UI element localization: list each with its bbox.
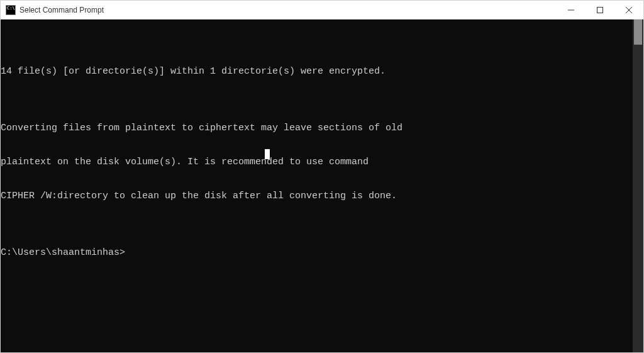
vertical-scrollbar[interactable] (633, 20, 643, 352)
terminal-output[interactable]: 14 file(s) [or directorie(s)] within 1 d… (1, 20, 633, 352)
selection-cursor (265, 149, 270, 159)
svg-rect-1 (597, 7, 603, 13)
terminal-line: plaintext on the disk volume(s). It is r… (1, 157, 633, 168)
window-title: Select Command Prompt (19, 6, 104, 14)
titlebar[interactable]: C:\ Select Command Prompt (1, 1, 643, 20)
cmd-app-icon: C:\ (6, 5, 16, 15)
minimize-icon (568, 7, 574, 13)
terminal-line: Converting files from plaintext to ciphe… (1, 123, 633, 134)
terminal-prompt: C:\Users\shaantminhas> (1, 247, 633, 259)
scrollbar-thumb[interactable] (634, 20, 642, 45)
content-area: 14 file(s) [or directorie(s)] within 1 d… (1, 20, 643, 352)
minimize-button[interactable] (557, 1, 586, 19)
terminal-line: CIPHER /W:directory to clean up the disk… (1, 191, 633, 202)
maximize-icon (597, 7, 603, 13)
cmd-app-icon-text: C:\ (7, 6, 15, 11)
close-button[interactable] (614, 1, 643, 19)
window-controls (557, 1, 643, 19)
maximize-button[interactable] (586, 1, 614, 19)
command-prompt-window: C:\ Select Command Prompt 14 file(s) [or… (0, 0, 644, 353)
close-icon (626, 7, 632, 13)
terminal-line: 14 file(s) [or directorie(s)] within 1 d… (1, 66, 633, 77)
